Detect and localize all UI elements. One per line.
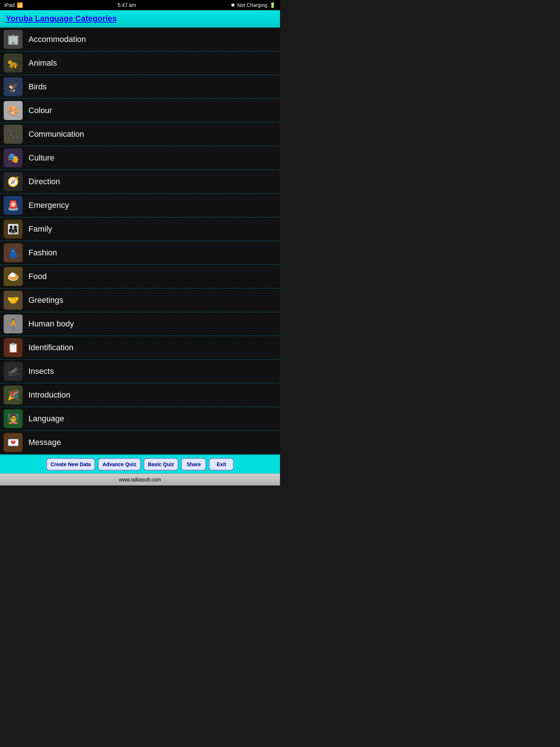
battery-status: Not Charging: [237, 2, 268, 8]
toolbar: Create New Data Advance Quiz Basic Quiz …: [0, 454, 280, 473]
website-label: www.talkasoft.com: [119, 477, 161, 483]
food-icon: 🍛: [4, 267, 23, 286]
introduction-icon: 🎉: [4, 386, 23, 405]
category-item-fashion[interactable]: 👗Fashion: [0, 241, 280, 265]
share-button[interactable]: Share: [181, 458, 206, 471]
communication-icon: 📞: [4, 125, 23, 144]
advance-quiz-button[interactable]: Advance Quiz: [98, 458, 141, 471]
human-body-label: Human body: [28, 319, 74, 329]
colour-label: Colour: [28, 106, 52, 115]
status-bar: iPad 📶 5:47 am ✱ Not Charging 🔋: [0, 0, 280, 10]
category-item-message[interactable]: 💌Message: [0, 431, 280, 454]
human-body-icon: 🧍: [4, 314, 23, 333]
message-label: Message: [28, 438, 61, 447]
greetings-label: Greetings: [28, 295, 63, 305]
direction-label: Direction: [28, 177, 60, 186]
category-item-birds[interactable]: 🦅Birds: [0, 75, 280, 99]
message-icon: 💌: [4, 433, 23, 452]
identification-label: Identification: [28, 343, 74, 352]
food-label: Food: [28, 272, 47, 281]
battery-icon: 🔋: [269, 2, 276, 8]
animals-label: Animals: [28, 58, 57, 68]
status-right: ✱ Not Charging 🔋: [231, 2, 276, 8]
category-item-family[interactable]: 👨‍👩‍👧Family: [0, 217, 280, 241]
category-item-introduction[interactable]: 🎉Introduction: [0, 383, 280, 407]
category-item-language[interactable]: 🧑‍🏫Language: [0, 407, 280, 431]
insects-icon: 🦟: [4, 362, 23, 381]
culture-icon: 🎭: [4, 148, 23, 167]
category-item-direction[interactable]: 🧭Direction: [0, 170, 280, 194]
emergency-label: Emergency: [28, 201, 69, 210]
direction-icon: 🧭: [4, 172, 23, 191]
greetings-icon: 🤝: [4, 291, 23, 310]
category-item-accommodation[interactable]: 🏢Accommodation: [0, 28, 280, 51]
status-left: iPad 📶: [4, 2, 23, 8]
insects-label: Insects: [28, 367, 54, 376]
category-item-insects[interactable]: 🦟Insects: [0, 360, 280, 383]
accommodation-label: Accommodation: [28, 35, 86, 44]
exit-button[interactable]: Exit: [209, 458, 234, 471]
header: Yoruba Language Categories: [0, 10, 280, 28]
category-item-culture[interactable]: 🎭Culture: [0, 146, 280, 170]
fashion-label: Fashion: [28, 248, 57, 258]
colour-icon: 🎨: [4, 101, 23, 120]
category-item-greetings[interactable]: 🤝Greetings: [0, 289, 280, 312]
category-item-human-body[interactable]: 🧍Human body: [0, 312, 280, 336]
fashion-icon: 👗: [4, 243, 23, 262]
animals-icon: 🐆: [4, 54, 23, 73]
page-title: Yoruba Language Categories: [6, 14, 274, 23]
create-new-data-button[interactable]: Create New Data: [46, 458, 96, 471]
category-item-colour[interactable]: 🎨Colour: [0, 99, 280, 123]
category-item-animals[interactable]: 🐆Animals: [0, 51, 280, 75]
accommodation-icon: 🏢: [4, 30, 23, 49]
time-display: 5:47 am: [117, 2, 136, 8]
birds-icon: 🦅: [4, 77, 23, 96]
introduction-label: Introduction: [28, 390, 70, 400]
birds-label: Birds: [28, 82, 47, 92]
category-item-identification[interactable]: 📋Identification: [0, 336, 280, 360]
bluetooth-icon: ✱: [231, 2, 235, 8]
category-item-emergency[interactable]: 🚨Emergency: [0, 194, 280, 217]
website-footer: www.talkasoft.com: [0, 473, 280, 485]
category-item-communication[interactable]: 📞Communication: [0, 123, 280, 146]
identification-icon: 📋: [4, 338, 23, 357]
family-icon: 👨‍👩‍👧: [4, 220, 23, 239]
language-icon: 🧑‍🏫: [4, 409, 23, 428]
communication-label: Communication: [28, 129, 84, 139]
category-item-food[interactable]: 🍛Food: [0, 265, 280, 289]
device-label: iPad: [4, 2, 15, 8]
emergency-icon: 🚨: [4, 196, 23, 215]
basic-quiz-button[interactable]: Basic Quiz: [144, 458, 179, 471]
wifi-icon: 📶: [17, 2, 23, 8]
family-label: Family: [28, 224, 52, 234]
culture-label: Culture: [28, 153, 54, 163]
language-label: Language: [28, 414, 64, 423]
category-list: 🏢Accommodation🐆Animals🦅Birds🎨Colour📞Comm…: [0, 28, 280, 454]
